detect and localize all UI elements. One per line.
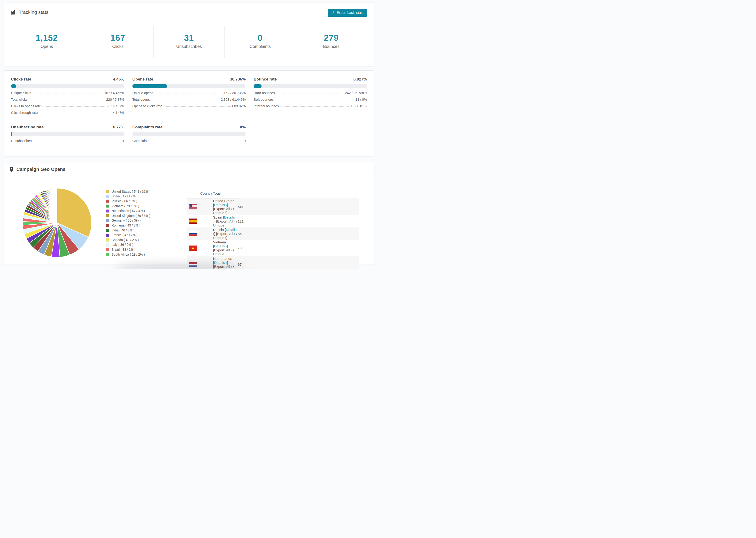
dotted-leader (33, 141, 119, 141)
detail-label: Internal bounces (253, 104, 279, 108)
rate-header: Unsubscribe rate 0.77% (11, 125, 125, 130)
legend-label: Spain ( 121 / 7% ) (112, 194, 137, 198)
legend-swatch (106, 248, 109, 251)
rates-grid: Clicks rate 4.46% Unique clicks 167 / 4.… (4, 71, 374, 152)
legend-item: Italy ( 36 / 2% ) (106, 242, 150, 247)
total-cell: 121 (238, 215, 359, 228)
rate-progress-fill (133, 84, 167, 88)
rate-value: 30.736% (230, 77, 245, 82)
export-all-link[interactable]: All › (226, 265, 232, 269)
stat-label: Bounces (296, 44, 367, 49)
flag-cell (187, 240, 213, 256)
legend-item: South Africa ( 29 / 2% ) (106, 252, 150, 257)
legend-swatch (106, 253, 109, 256)
detail-value: 4.147% (113, 111, 124, 115)
page-title: Tracking stats (19, 10, 49, 15)
detail-label: Total clicks (11, 98, 27, 101)
detail-label: Click through rate (11, 111, 38, 115)
detail-value: 18 / 0% (355, 98, 367, 101)
country-name: Spain (213, 215, 222, 219)
rate-detail-row: Unique opens 1,152 / 30.736% (133, 91, 246, 98)
summary-stat-complaints: 0 Complaints (225, 26, 296, 58)
country-cell: United States [Details ›] [Export: All ›… (213, 198, 238, 215)
export-unique-link[interactable]: Unique › (213, 223, 227, 227)
export-all-link[interactable]: All › (229, 232, 235, 236)
legend-swatch (106, 219, 109, 222)
legend-label: India ( 46 / 3% ) (112, 229, 134, 232)
country-cell: Netherlands [Details ›] [Export: All › /… (213, 256, 238, 269)
dotted-leader (275, 100, 354, 100)
export-unique-link[interactable]: Unique › (213, 269, 227, 269)
rate-title: Clicks rate (11, 77, 31, 82)
details-link[interactable]: Details › (214, 244, 227, 248)
legend-label: Romania ( 49 / 3% ) (112, 224, 140, 227)
country-name: Netherlands (213, 256, 232, 260)
details-link[interactable]: Details › (214, 203, 227, 207)
legend-label: Russia ( 86 / 5% ) (112, 199, 137, 203)
flag-icon-ru (189, 231, 197, 236)
export-button-label: Export basic stats (337, 11, 363, 15)
details-link[interactable]: Details › (214, 260, 227, 265)
detail-label: Unsubscribes (11, 139, 32, 143)
detail-value: 242 / 86.738% (345, 91, 367, 95)
rate-header: Complaints rate 0% (133, 125, 246, 130)
dotted-leader (39, 113, 111, 113)
country-cell: Vietnam [Details ›] [Export: All › / Uni… (213, 240, 238, 256)
legend-label: United States ( 541 / 31% ) (112, 190, 150, 193)
geo-table-container: Country Total United States [Details ›] … (187, 188, 359, 269)
rate-progress-track (133, 132, 246, 136)
flag-icon-nl (189, 262, 197, 267)
detail-value: 31 (121, 139, 125, 143)
rate-detail-row: Click through rate 4.147% (11, 111, 125, 117)
geo-table-row-es: Spain [Details ›] [Export: All › / Uniqu… (187, 215, 359, 228)
bar-chart-icon (11, 10, 16, 15)
rate-header: Clicks rate 4.46% (11, 77, 125, 82)
export-all-link[interactable]: All › (229, 219, 235, 223)
flag-icon-vn (189, 245, 197, 251)
total-cell: 541 (238, 198, 359, 215)
rate-value: 6.927% (353, 77, 367, 82)
flag-cell (187, 228, 213, 240)
country-name: Vietnam (213, 240, 226, 244)
export-all-link[interactable]: All › (226, 207, 232, 211)
legend-item: Brazil ( 33 / 2% ) (106, 247, 150, 252)
rate-header: Opens rate 30.736% (133, 77, 246, 82)
detail-value: 220 / 5.87% (106, 98, 124, 101)
detail-value: 1,152 / 30.736% (221, 91, 246, 95)
export-basic-stats-button[interactable]: Export basic stats (328, 9, 367, 17)
rate-title: Bounce rate (253, 77, 277, 82)
export-unique-link[interactable]: Unique › (213, 252, 227, 256)
rate-progress-track (11, 84, 125, 88)
export-prefix: Export: (217, 232, 229, 236)
flag-cell (187, 256, 213, 269)
dotted-leader (29, 100, 104, 100)
export-unique-link[interactable]: Unique › (213, 211, 227, 215)
rate-progress-track (253, 84, 367, 88)
legend-label: South Africa ( 29 / 2% ) (112, 253, 145, 256)
rate-value: 0.77% (113, 125, 124, 130)
geo-section-title: Campaign Geo Opens (17, 167, 66, 172)
legend-label: Italy ( 36 / 2% ) (112, 243, 134, 246)
export-unique-link[interactable]: Unique › (213, 236, 227, 240)
stat-value: 279 (296, 33, 367, 43)
summary-stat-bounces: 279 Bounces (296, 26, 367, 58)
detail-value: 2,303 / 61.446% (221, 98, 246, 101)
stat-value: 167 (82, 33, 153, 43)
detail-value: 14.497% (111, 104, 124, 108)
dotted-leader (151, 100, 219, 100)
rate-block-bounce-rate: Bounce rate 6.927% Hard bounces 242 / 86… (253, 77, 367, 117)
column-header-country: Country (187, 188, 213, 198)
stat-label: Complaints (225, 44, 296, 49)
legend-swatch (106, 238, 109, 242)
legend-item: Russia ( 86 / 5% ) (106, 199, 150, 204)
rate-detail-row: Opens to clicks rate 689.82% (133, 104, 246, 111)
summary-stats-row: 1,152 Opens167 Clicks31 Unsubscribes0 Co… (11, 26, 367, 58)
geo-header: Campaign Geo Opens (4, 163, 374, 176)
geo-table-row-us: United States [Details ›] [Export: All ›… (187, 198, 359, 215)
legend-item: Canada ( 40 / 2% ) (106, 238, 150, 242)
export-all-link[interactable]: All › (226, 248, 232, 252)
rate-detail-row: Unique clicks 167 / 4.456% (11, 91, 125, 98)
dotted-leader (151, 141, 242, 141)
legend-item: Germany ( 55 / 3% ) (106, 218, 150, 223)
legend-item: Spain ( 121 / 7% ) (106, 194, 150, 199)
